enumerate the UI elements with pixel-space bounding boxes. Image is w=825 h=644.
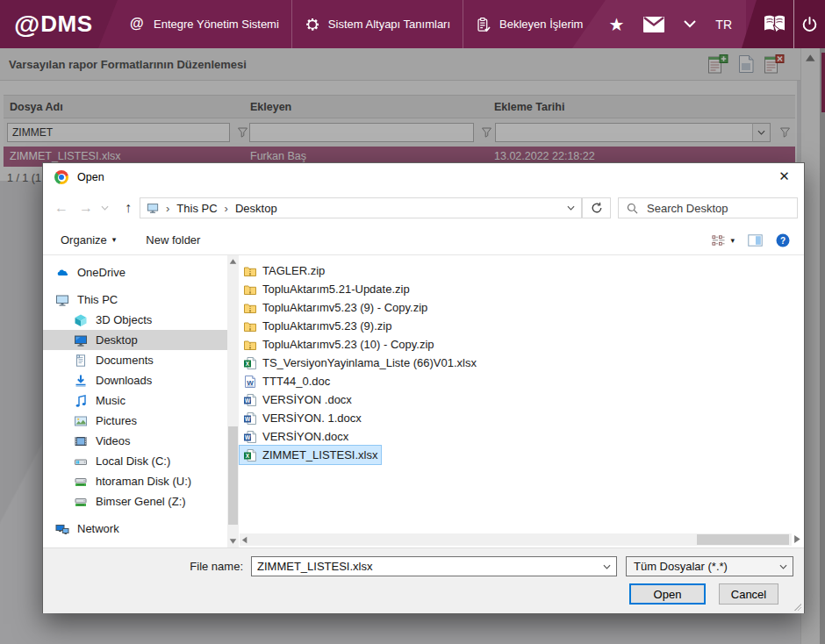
mail-icon[interactable] (643, 17, 664, 32)
file-name-label: TTT44_0.doc (262, 375, 330, 388)
topbar-menu-item[interactable]: Bekleyen İşlerim (463, 0, 595, 48)
open-button[interactable]: Open (629, 583, 706, 605)
forward-arrow-icon[interactable]: → (75, 191, 97, 225)
sidebar-item-network[interactable]: Network (43, 519, 227, 539)
sidebar-item-music[interactable]: Music (43, 390, 227, 411)
sidebar-item-bimser-genel-z[interactable]: Bimser Genel (Z:) (43, 491, 227, 512)
combo-dropdown[interactable] (773, 557, 793, 576)
dialog-titlebar[interactable]: Open ✕ (43, 163, 804, 191)
preview-pane-icon[interactable] (748, 234, 763, 247)
up-arrow-icon[interactable]: ↑ (117, 191, 140, 225)
file-name-combobox[interactable] (251, 556, 617, 576)
language-chevron-icon[interactable] (684, 20, 696, 28)
chevron-down-icon (101, 205, 109, 211)
desktop-icon (74, 333, 88, 347)
search-box[interactable] (618, 197, 798, 218)
scrollbar-thumb[interactable] (697, 534, 789, 545)
music-icon (74, 394, 88, 408)
file-name-label: VERSİYON.docx (262, 430, 348, 443)
file-name-label: VERSİYON .docx (262, 393, 352, 406)
file-list-horizontal-scrollbar[interactable] (240, 533, 792, 546)
qdms-circle-icon: @ (130, 17, 146, 32)
scroll-down-icon[interactable] (229, 538, 237, 545)
organize-button[interactable]: Organize▾ (61, 233, 116, 247)
sidebar-item-downloads[interactable]: Downloads (43, 370, 227, 390)
excel-file-icon: X (243, 356, 257, 370)
topbar-menu-label: Entegre Yönetim Sistemi (154, 18, 279, 31)
file-item[interactable]: TopluAktarım5.21-Update.zip (240, 280, 413, 298)
file-name-label: VERSİYON. 1.docx (262, 411, 362, 425)
file-item[interactable]: TAGLER.zip (240, 261, 328, 280)
user-manual-icon (763, 14, 786, 35)
downloads-icon (74, 374, 88, 388)
history-chevron-icon[interactable] (97, 191, 111, 225)
svg-text:?: ? (780, 235, 786, 245)
sidebar-item-documents[interactable]: Documents (43, 350, 227, 370)
sidebar-item-label: Videos (96, 434, 131, 447)
refresh-button[interactable] (582, 197, 611, 218)
qdms-logo[interactable]: @ DMS (0, 0, 118, 48)
search-input[interactable] (645, 201, 797, 216)
zip-file-icon (243, 338, 257, 352)
organize-label: Organize (61, 233, 107, 247)
networkdrive-icon (74, 495, 88, 509)
file-item[interactable]: WTTT44_0.doc (240, 372, 334, 390)
sidebar-item-desktop[interactable]: Desktop (43, 330, 227, 350)
file-type-select[interactable]: Tüm Dosyalar (*.*) (626, 556, 793, 576)
new-folder-button[interactable]: New folder (146, 233, 200, 247)
file-item[interactable]: TopluAktarımv5.23 (10) - Copy.zip (240, 335, 438, 354)
file-name-input[interactable] (252, 560, 597, 573)
dialog-title: Open (77, 171, 104, 183)
sidebar-item-label: Network (77, 522, 119, 535)
file-name-label: TopluAktarım5.21-Update.zip (262, 283, 410, 296)
favorites-star-icon[interactable]: ★ (608, 16, 624, 33)
sidebar-item-onedrive[interactable]: OneDrive (43, 262, 227, 283)
sidebar-item-label: Local Disk (C:) (96, 454, 170, 468)
svg-text:W: W (245, 433, 251, 440)
sidebar-item-3d-objects[interactable]: 3D Objects (43, 310, 227, 330)
combo-dropdown[interactable] (597, 557, 616, 576)
sidebar-item-local-disk-c[interactable]: Local Disk (C:) (43, 451, 227, 471)
file-item[interactable]: WVERSİYON. 1.docx (240, 409, 365, 427)
view-mode-icon (712, 234, 725, 247)
scroll-left-icon[interactable] (241, 536, 248, 544)
sidebar-item-videos[interactable]: Videos (43, 431, 227, 451)
file-item[interactable]: TopluAktarımv5.23 (9) - Copy.zip (240, 298, 431, 317)
svg-text:W: W (245, 415, 251, 421)
scrollbar-thumb[interactable] (228, 426, 238, 525)
file-name-label: TAGLER.zip (262, 264, 325, 277)
logout-button[interactable] (794, 0, 825, 48)
file-item[interactable]: WVERSİYON.docx (240, 427, 352, 446)
topbar-menu-label: Sistem Altyapı Tanımları (328, 18, 450, 31)
file-item[interactable]: WVERSİYON .docx (240, 390, 355, 409)
topbar-menu-item[interactable]: @Entegre Yönetim Sistemi (118, 0, 292, 48)
language-label[interactable]: TR (715, 18, 732, 32)
back-arrow-icon[interactable]: ← (50, 191, 73, 225)
breadcrumb-desktop[interactable]: Desktop (235, 202, 277, 215)
file-name-label: TS_VersiyonYayinlama_Liste (66)V01.xlsx (262, 356, 477, 369)
sidebar-item-label: 3D Objects (96, 313, 152, 326)
topbar-menu-item[interactable]: Sistem Altyapı Tanımları (292, 0, 463, 48)
address-dropdown[interactable] (560, 198, 581, 218)
sidebar-scrollbar[interactable] (227, 255, 239, 547)
view-controls: ▾ ? (712, 225, 790, 255)
file-item[interactable]: TopluAktarımv5.23 (9).zip (240, 317, 395, 335)
breadcrumb-this-pc[interactable]: This PC (176, 202, 217, 215)
help-icon[interactable]: ? (776, 233, 790, 247)
sidebar-item-this-pc[interactable]: This PC (43, 290, 227, 310)
sidebar-item-htoraman-disk-u[interactable]: htoraman Disk (U:) (43, 471, 227, 491)
view-mode-button[interactable]: ▾ (712, 234, 735, 247)
sidebar-item-label: OneDrive (77, 266, 126, 279)
resize-grip[interactable] (794, 604, 801, 611)
address-bar[interactable]: › This PC › Desktop (140, 197, 582, 218)
file-item[interactable]: XTS_VersiyonYayinlama_Liste (66)V01.xlsx (240, 354, 480, 372)
pictures-icon (74, 414, 88, 428)
close-button[interactable]: ✕ (764, 163, 804, 191)
scroll-right-icon[interactable] (793, 534, 802, 544)
cancel-button[interactable]: Cancel (719, 583, 778, 605)
sidebar-item-label: Music (96, 394, 126, 407)
sidebar-item-pictures[interactable]: Pictures (43, 411, 227, 431)
scroll-up-icon[interactable] (229, 258, 237, 265)
file-item[interactable]: XZIMMET_LISTESI.xlsx (240, 446, 381, 464)
word-file-icon: W (243, 393, 257, 407)
